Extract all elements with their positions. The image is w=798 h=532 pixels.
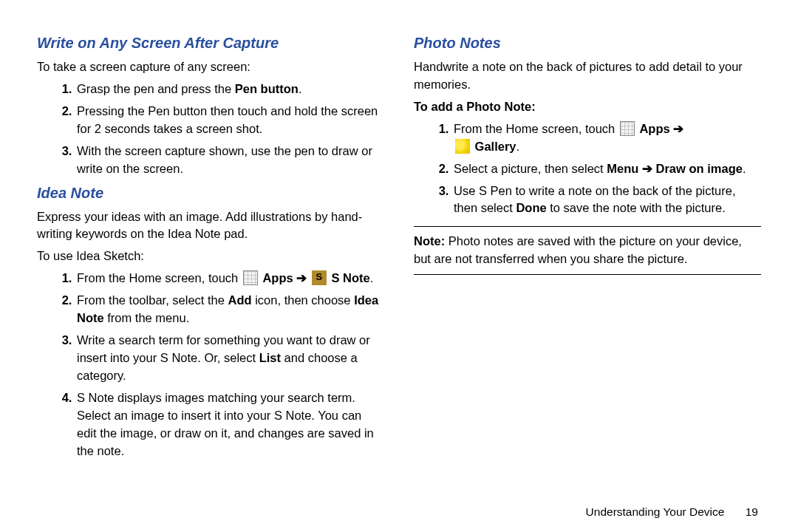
step-text-bold: Done — [516, 201, 546, 214]
steps-list: From the Home screen, touch Apps ➔ Galle… — [414, 120, 761, 218]
list-item: Grasp the pen and press the Pen button. — [75, 81, 384, 98]
note-block: Note: Photo notes are saved with the pic… — [414, 226, 761, 275]
step-text-bold: Draw on image — [652, 162, 743, 175]
step-text: to save the note with the picture. — [547, 201, 726, 214]
step-text-bold: Apps — [262, 271, 296, 284]
step-text-bold: Pen button — [235, 82, 299, 95]
step-text: From the toolbar, select the — [77, 293, 228, 307]
step-text: . — [299, 82, 302, 95]
step-text: from the menu. — [104, 311, 190, 324]
step-text-bold: S Note — [331, 271, 369, 284]
step-text-bold: Apps — [639, 122, 673, 135]
step-text-bold: Menu — [607, 162, 642, 175]
note-label: Note: — [414, 234, 445, 248]
intro-text: Handwrite a note on the back of pictures… — [414, 58, 761, 94]
step-text: From the Home screen, touch — [454, 122, 618, 135]
list-item: Write a search term for something you wa… — [75, 332, 384, 385]
section-heading-write-on-screen: Write on Any Screen After Capture — [37, 33, 384, 54]
page: Write on Any Screen After Capture To tak… — [0, 0, 798, 532]
apps-icon — [243, 270, 258, 285]
step-text: . — [516, 140, 520, 153]
step-text: . — [370, 271, 374, 284]
list-item: From the toolbar, select the Add icon, t… — [75, 292, 384, 327]
intro-text: Express your ideas with an image. Add il… — [37, 208, 384, 244]
page-footer: Understanding Your Device 19 — [586, 505, 758, 519]
gallery-icon — [455, 139, 470, 154]
step-text: . — [743, 162, 746, 175]
step-text: From the Home screen, touch — [77, 271, 242, 284]
step-text: Grasp the pen and press the — [77, 82, 235, 95]
list-item: From the Home screen, touch Apps ➔ S Not… — [75, 270, 384, 287]
steps-list: Grasp the pen and press the Pen button. … — [37, 81, 384, 178]
arrow-icon: ➔ — [642, 162, 652, 175]
step-text: Select a picture, then select — [454, 162, 607, 175]
arrow-icon: ➔ — [296, 271, 307, 284]
snote-icon — [312, 270, 327, 285]
list-item: With the screen capture shown, use the p… — [75, 143, 384, 178]
list-item: S Note displays images matching your sea… — [75, 389, 384, 460]
arrow-icon: ➔ — [673, 122, 683, 135]
intro-text: To take a screen capture of any screen: — [37, 58, 384, 76]
section-heading-photo-notes: Photo Notes — [414, 33, 761, 54]
section-heading-idea-note: Idea Note — [37, 183, 384, 204]
step-text: icon, then choose — [252, 293, 355, 307]
step-text-bold: Add — [228, 293, 252, 307]
intro-text: To use Idea Sketch: — [37, 248, 384, 265]
sub-heading: To add a Photo Note: — [414, 98, 761, 116]
right-column: Photo Notes Handwrite a note on the back… — [414, 30, 761, 525]
steps-list: From the Home screen, touch Apps ➔ S Not… — [37, 270, 384, 460]
step-text-bold: List — [259, 351, 281, 364]
list-item: Pressing the Pen button then touch and h… — [75, 103, 384, 138]
step-text-bold: Gallery — [475, 140, 516, 153]
apps-icon — [620, 121, 635, 136]
page-number: 19 — [746, 505, 758, 518]
note-text: Photo notes are saved with the picture o… — [414, 234, 742, 265]
list-item: From the Home screen, touch Apps ➔ Galle… — [452, 120, 761, 156]
list-item: Use S Pen to write a note on the back of… — [452, 183, 761, 218]
left-column: Write on Any Screen After Capture To tak… — [37, 30, 384, 525]
list-item: Select a picture, then select Menu ➔ Dra… — [452, 160, 761, 178]
footer-chapter: Understanding Your Device — [586, 505, 725, 518]
